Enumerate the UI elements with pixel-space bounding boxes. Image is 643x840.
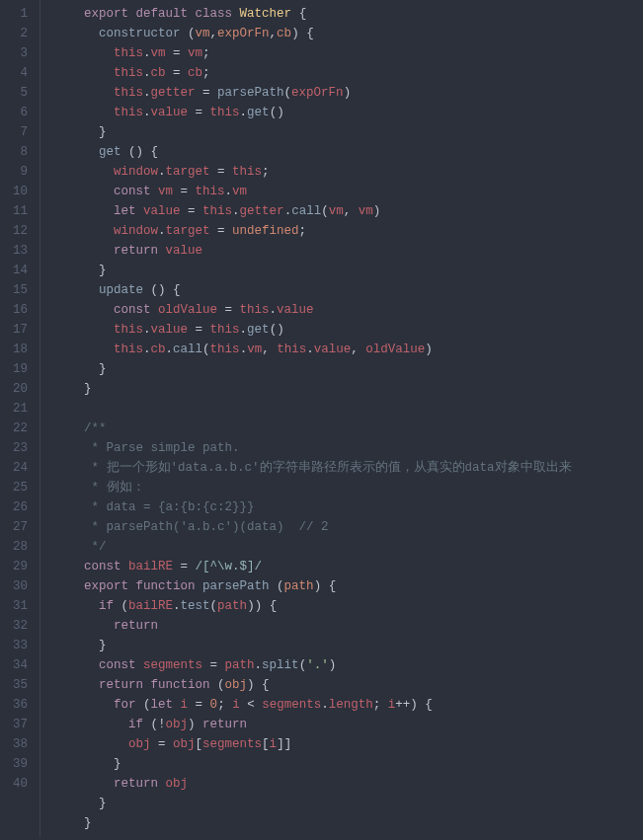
token-fn: constructor xyxy=(99,27,181,40)
token-punc: . xyxy=(240,106,248,119)
token-punc: ++) { xyxy=(395,698,433,712)
token-punc: } xyxy=(84,382,92,396)
token-punc: = xyxy=(210,165,233,179)
token-kw: class xyxy=(196,7,233,21)
line-number: 13 xyxy=(0,241,28,261)
token-punc: . xyxy=(143,323,151,337)
line-number: 1 xyxy=(0,4,28,24)
token-prop: i xyxy=(232,698,240,712)
token-punc: () { xyxy=(121,145,159,159)
code-line: return obj xyxy=(54,774,643,794)
line-number: 29 xyxy=(0,557,28,576)
token-prop: getter xyxy=(151,86,196,100)
code-line: } xyxy=(54,813,643,833)
token-punc: , xyxy=(351,343,365,356)
token-kw: const xyxy=(99,658,136,672)
token-punc: , xyxy=(344,204,359,218)
token-prop: obj xyxy=(128,737,151,751)
token-punc: [ xyxy=(262,737,270,751)
token-punc: ; xyxy=(262,165,270,179)
code-line: } xyxy=(54,754,643,774)
code-line: */ xyxy=(54,537,643,557)
token-kw: return xyxy=(99,678,143,692)
token-punc: . xyxy=(143,86,151,100)
line-number: 24 xyxy=(0,458,28,478)
code-line: if (!obj) return xyxy=(54,715,643,734)
token-punc: , xyxy=(270,27,278,40)
token-prop: value xyxy=(151,106,189,119)
line-number: 37 xyxy=(0,715,28,734)
token-prop: cb xyxy=(151,343,166,356)
token-punc: ) xyxy=(373,204,381,218)
line-number: 21 xyxy=(0,399,28,419)
token-punc: = xyxy=(196,86,218,100)
token-punc: ]] xyxy=(277,737,291,751)
token-punc: ( xyxy=(202,343,210,356)
token-punc: = xyxy=(166,66,189,80)
token-cm: * Parse simple path. xyxy=(84,441,240,455)
token-punc: } xyxy=(99,797,107,810)
token-param: expOrFn xyxy=(217,27,270,40)
token-punc: ( xyxy=(284,86,292,100)
token-punc: . xyxy=(143,106,151,119)
line-number: 7 xyxy=(0,122,28,142)
line-number: 33 xyxy=(0,636,28,655)
token-call: get xyxy=(247,106,270,119)
token-param: path xyxy=(284,579,314,593)
token-num: 0 xyxy=(210,698,218,712)
token-self: this xyxy=(210,106,240,119)
line-number: 26 xyxy=(0,497,28,517)
token-kw: const xyxy=(114,185,151,198)
line-number: 16 xyxy=(0,300,28,320)
code-line: const segments = path.split('.') xyxy=(54,655,643,675)
token-punc: ( xyxy=(114,599,128,613)
token-prop: getter xyxy=(240,204,284,218)
token-punc: ( xyxy=(299,658,307,672)
token-punc xyxy=(196,579,203,593)
line-number: 25 xyxy=(0,478,28,497)
token-punc: = xyxy=(210,224,233,238)
token-punc: , xyxy=(210,27,218,40)
token-prop: value xyxy=(166,244,203,258)
line-number: 3 xyxy=(0,43,28,63)
token-punc: ) { xyxy=(291,27,314,40)
token-kw: return xyxy=(114,619,158,633)
token-param: undefined xyxy=(232,224,299,238)
token-punc: ; xyxy=(373,698,388,712)
token-prop: oldValue xyxy=(158,303,217,317)
token-punc: () xyxy=(270,106,284,119)
token-self: this xyxy=(210,343,240,356)
token-call: parsePath xyxy=(217,86,284,100)
token-punc xyxy=(151,303,159,317)
token-kw: return xyxy=(114,244,158,258)
token-prop: segments xyxy=(262,698,321,712)
token-call: get xyxy=(247,323,270,337)
token-punc: ) { xyxy=(314,579,337,593)
token-punc xyxy=(158,244,166,258)
token-call: test xyxy=(181,599,210,613)
line-number: 18 xyxy=(0,340,28,359)
code-line: } xyxy=(54,379,643,399)
token-punc: . xyxy=(143,66,151,80)
token-kw: return xyxy=(202,718,247,731)
token-kw: default xyxy=(136,7,189,21)
code-line: obj = obj[segments[i]] xyxy=(54,734,643,754)
token-punc: { xyxy=(291,7,306,21)
token-prop: bailRE xyxy=(128,599,173,613)
token-cm: * 把一个形如'data.a.b.c'的字符串路径所表示的值，从真实的data对… xyxy=(84,461,572,475)
line-number: 30 xyxy=(0,576,28,596)
token-punc: . xyxy=(306,343,314,356)
token-punc: } xyxy=(99,639,107,652)
token-prop: path xyxy=(217,599,247,613)
token-kw: if xyxy=(99,599,114,613)
token-prop: vm xyxy=(188,46,202,60)
token-punc: ( xyxy=(181,27,196,40)
line-number: 28 xyxy=(0,537,28,557)
line-number: 8 xyxy=(0,142,28,162)
token-punc: . xyxy=(255,658,263,672)
token-punc: ; xyxy=(217,698,232,712)
token-prop: cb xyxy=(188,66,202,80)
token-call: split xyxy=(262,658,299,672)
token-prop: vm xyxy=(359,204,373,218)
code-line: window.target = undefined; xyxy=(54,221,643,241)
